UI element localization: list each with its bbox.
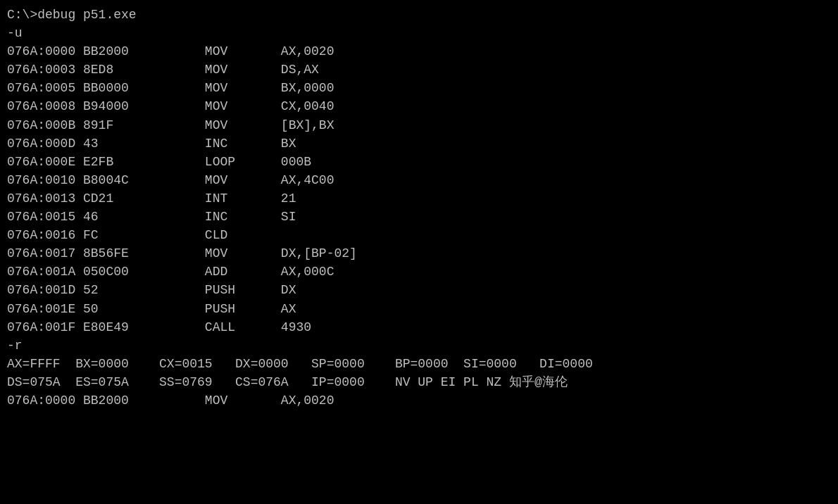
disasm-line-000d: 076A:000D 43 INC BX xyxy=(7,134,831,153)
disasm-line-0008: 076A:0008 B94000 MOV CX,0040 xyxy=(7,97,831,115)
u-command: -u xyxy=(7,24,831,42)
disasm-line-001f: 076A:001F E80E49 CALL 4930 xyxy=(7,318,831,336)
disasm-line-0017: 076A:0017 8B56FE MOV DX,[BP-02] xyxy=(7,244,831,263)
disasm-line-0013: 076A:0013 CD21 INT 21 xyxy=(7,189,831,208)
disasm-line-0016: 076A:0016 FC CLD xyxy=(7,226,831,244)
registers-line2: DS=075A ES=075A SS=0769 CS=076A IP=0000 … xyxy=(7,373,831,391)
disasm-line-0015: 076A:0015 46 INC SI xyxy=(7,208,831,226)
disasm-line-0005: 076A:0005 BB0000 MOV BX,0000 xyxy=(7,79,831,97)
disasm-line-0000: 076A:0000 BB2000 MOV AX,0020 xyxy=(7,42,831,61)
cmd-line: C:\>debug p51.exe xyxy=(7,6,831,24)
registers-line1: AX=FFFF BX=0000 CX=0015 DX=0000 SP=0000 … xyxy=(7,355,831,373)
disasm-line-000b: 076A:000B 891F MOV [BX],BX xyxy=(7,116,831,134)
disasm-line-repeat: 076A:0000 BB2000 MOV AX,0020 xyxy=(7,391,831,410)
r-command: -r xyxy=(7,336,831,355)
terminal-window: C:\>debug p51.exe -u 076A:0000 BB2000 MO… xyxy=(0,0,838,504)
disasm-line-0010: 076A:0010 B8004C MOV AX,4C00 xyxy=(7,171,831,189)
disasm-line-001e: 076A:001E 50 PUSH AX xyxy=(7,300,831,318)
disasm-line-001a: 076A:001A 050C00 ADD AX,000C xyxy=(7,263,831,281)
disasm-line-000e: 076A:000E E2FB LOOP 000B xyxy=(7,153,831,171)
disasm-line-001d: 076A:001D 52 PUSH DX xyxy=(7,281,831,299)
disasm-line-0003: 076A:0003 8ED8 MOV DS,AX xyxy=(7,61,831,79)
